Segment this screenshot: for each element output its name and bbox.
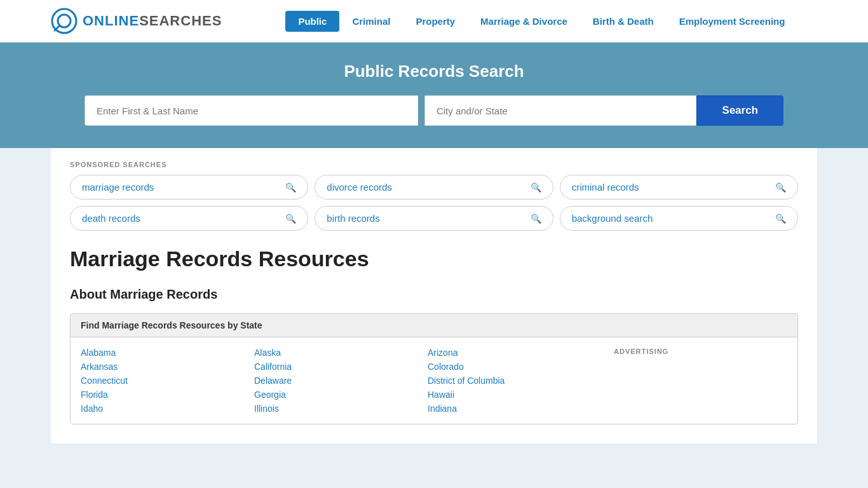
state-connecticut[interactable]: Connecticut xyxy=(81,376,254,386)
state-california[interactable]: California xyxy=(254,362,428,372)
sponsored-birth-records[interactable]: birth records 🔍 xyxy=(315,206,553,231)
state-idaho[interactable]: Idaho xyxy=(81,403,254,414)
state-dc[interactable]: District of Columbia xyxy=(428,376,601,386)
search-icon: 🔍 xyxy=(775,214,786,224)
logo: ONLINESEARCHES xyxy=(51,8,222,34)
state-resources-box: Find Marriage Records Resources by State… xyxy=(70,313,798,424)
nav-marriage-divorce[interactable]: Marriage & Divorce xyxy=(468,11,580,32)
sponsored-background-search[interactable]: background search 🔍 xyxy=(560,206,798,231)
nav-property[interactable]: Property xyxy=(403,11,468,32)
state-col-3: Arizona Colorado District of Columbia Ha… xyxy=(428,348,601,414)
about-title: About Marriage Records xyxy=(70,287,798,302)
state-arkansas[interactable]: Arkansas xyxy=(81,362,254,372)
location-input[interactable] xyxy=(424,95,696,126)
hero-section: Public Records Search Search xyxy=(0,43,868,148)
state-resources-header: Find Marriage Records Resources by State xyxy=(71,314,797,337)
search-icon: 🔍 xyxy=(775,182,786,193)
state-resources-body: Alabama Arkansas Connecticut Florida Ida… xyxy=(71,337,797,424)
sponsored-divorce-records[interactable]: divorce records 🔍 xyxy=(315,175,553,200)
main-content: SPONSORED SEARCHES marriage records 🔍 di… xyxy=(51,148,817,444)
state-col-2: Alaska California Delaware Georgia Illin… xyxy=(254,348,428,414)
advertising-label: ADVERTISING xyxy=(614,348,787,355)
search-button[interactable]: Search xyxy=(696,95,783,126)
advertising-col: ADVERTISING xyxy=(601,348,787,414)
sponsored-section: SPONSORED SEARCHES marriage records 🔍 di… xyxy=(70,161,798,231)
page-title: Marriage Records Resources xyxy=(70,247,798,271)
search-bar: Search xyxy=(85,95,783,126)
state-alaska[interactable]: Alaska xyxy=(254,348,428,358)
state-col-1: Alabama Arkansas Connecticut Florida Ida… xyxy=(81,348,254,414)
search-icon: 🔍 xyxy=(285,182,296,193)
name-input[interactable] xyxy=(85,95,418,126)
state-colorado[interactable]: Colorado xyxy=(428,362,601,372)
sponsored-death-records[interactable]: death records 🔍 xyxy=(70,206,308,231)
nav-criminal[interactable]: Criminal xyxy=(339,11,403,32)
search-icon: 🔍 xyxy=(285,214,296,224)
sponsored-criminal-records[interactable]: criminal records 🔍 xyxy=(560,175,798,200)
state-alabama[interactable]: Alabama xyxy=(81,348,254,358)
main-nav: Public Criminal Property Marriage & Divo… xyxy=(285,11,797,32)
state-delaware[interactable]: Delaware xyxy=(254,376,428,386)
search-icon: 🔍 xyxy=(531,214,541,224)
logo-text: ONLINESEARCHES xyxy=(83,13,222,29)
sponsored-marriage-records[interactable]: marriage records 🔍 xyxy=(70,175,308,200)
sponsored-grid: marriage records 🔍 divorce records 🔍 cri… xyxy=(70,175,798,231)
state-florida[interactable]: Florida xyxy=(81,390,254,400)
sponsored-label: SPONSORED SEARCHES xyxy=(70,161,798,168)
logo-icon xyxy=(51,8,78,34)
state-illinois[interactable]: Illinois xyxy=(254,403,428,414)
state-indiana[interactable]: Indiana xyxy=(428,403,601,414)
search-icon: 🔍 xyxy=(531,182,541,193)
hero-title: Public Records Search xyxy=(51,62,817,81)
state-hawaii[interactable]: Hawaii xyxy=(428,390,601,400)
site-header: ONLINESEARCHES Public Criminal Property … xyxy=(0,0,868,43)
nav-employment[interactable]: Employment Screening xyxy=(667,11,798,32)
state-georgia[interactable]: Georgia xyxy=(254,390,428,400)
nav-public[interactable]: Public xyxy=(285,11,339,32)
state-arizona[interactable]: Arizona xyxy=(428,348,601,358)
nav-birth-death[interactable]: Birth & Death xyxy=(580,11,667,32)
